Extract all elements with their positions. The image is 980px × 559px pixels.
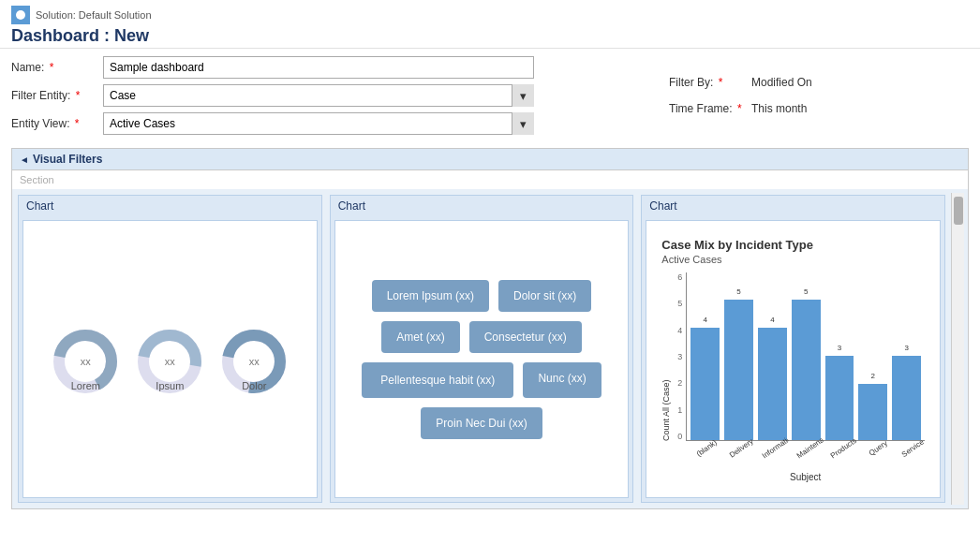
name-row: Name: * — [11, 56, 650, 79]
chart-panel-2: Chart Lorem Ipsum (xx) Dolor sit (xx) Am… — [330, 195, 634, 503]
bars-area: 4 5 — [686, 272, 925, 482]
entity-view-label: Entity View: * — [11, 117, 96, 130]
bar-item-maintenance: 5 — [792, 272, 821, 440]
donut-2: xx Ipsum — [136, 328, 203, 391]
bar-chart-container: Case Mix by Incident Type Active Cases C… — [654, 228, 932, 490]
entity-view-select-wrap: Active Cases ▾ — [103, 112, 534, 135]
section-label: Section — [12, 170, 968, 189]
bubble-nunc[interactable]: Nunc (xx) — [523, 362, 601, 398]
bubble-amet[interactable]: Amet (xx) — [381, 321, 459, 353]
page-title: Dashboard : New — [11, 26, 969, 46]
bar-item-query: 2 — [858, 272, 887, 440]
donut-1: xx Lorem — [52, 328, 119, 391]
bar-item-blank: 4 — [690, 272, 720, 440]
bubble-row-2: Amet (xx) Consectetur (xx) — [381, 321, 581, 353]
filter-entity-select[interactable]: Case — [103, 84, 534, 107]
bar-rect-products: 3 — [825, 356, 854, 440]
chart1-inner: xx Lorem xx Ipsum — [22, 220, 318, 498]
form-area: Name: * Filter Entity: * Case ▾ — [0, 49, 980, 148]
chart2-title: Chart — [331, 196, 633, 216]
bar-rect-service: 3 — [892, 356, 921, 440]
filter-entity-row: Filter Entity: * Case ▾ — [11, 84, 650, 107]
donuts-container: xx Lorem xx Ipsum — [52, 328, 288, 391]
filter-entity-select-wrap: Case ▾ — [103, 84, 534, 107]
filter-entity-label: Filter Entity: * — [11, 89, 96, 102]
donut-3-center: xx — [249, 356, 260, 367]
visual-filters-title: Visual Filters — [33, 153, 102, 166]
bar-rect-delivery: 5 — [724, 300, 753, 440]
filter-by-row: Filter By: * Modified On — [669, 76, 969, 89]
chart3-inner: Case Mix by Incident Type Active Cases C… — [646, 220, 941, 498]
bubble-dolor-sit[interactable]: Dolor sit (xx) — [498, 280, 591, 312]
donut-3-label: Dolor — [242, 380, 266, 391]
chart-panel-1: Chart xx Lorem — [18, 195, 322, 503]
bubble-consectetur[interactable]: Consectetur (xx) — [469, 321, 582, 353]
visual-filters-header: ◄ Visual Filters — [12, 149, 968, 170]
bar-rect-query: 2 — [858, 384, 887, 440]
name-label: Name: * — [11, 61, 96, 74]
solution-icon — [11, 6, 30, 24]
bars-row: 4 5 — [686, 272, 925, 441]
bar-item-products: 3 — [825, 272, 854, 440]
solution-text: Solution: Default Solution — [36, 9, 152, 21]
bar-chart-subtitle: Active Cases — [661, 254, 925, 265]
chart3-title: Chart — [642, 196, 944, 216]
donut-2-center: xx — [165, 356, 175, 367]
chart2-inner: Lorem Ipsum (xx) Dolor sit (xx) Amet (xx… — [334, 220, 630, 498]
time-frame-label: Time Frame: * — [669, 102, 744, 115]
visual-filters-section: ◄ Visual Filters Section Chart xx Lorem — [11, 148, 969, 509]
chart-panel-3: Chart Case Mix by Incident Type Active C… — [641, 195, 945, 503]
bar-rect-information: 4 — [758, 328, 787, 440]
bar-item-information: 4 — [758, 272, 787, 440]
bar-rect-blank: 4 — [690, 328, 720, 440]
entity-view-row: Entity View: * Active Cases ▾ — [11, 112, 650, 135]
bar-rect-maintenance: 5 — [792, 300, 821, 440]
bar-item-delivery: 5 — [724, 272, 753, 440]
charts-row: Chart xx Lorem — [12, 189, 968, 508]
entity-view-select[interactable]: Active Cases — [103, 112, 534, 135]
bubble-lorem-ipsum[interactable]: Lorem Ipsum (xx) — [372, 280, 489, 312]
bubble-row-3: Pellentesque habit (xx) Nunc (xx) — [362, 362, 601, 398]
y-axis-title: Count All (Case) — [661, 272, 671, 441]
chart1-title: Chart — [19, 196, 321, 216]
filter-by-label: Filter By: * — [669, 76, 744, 89]
bubble-row-1: Lorem Ipsum (xx) Dolor sit (xx) — [372, 280, 592, 312]
vf-chevron-icon: ◄ — [20, 154, 29, 165]
solution-label: Solution: Default Solution — [11, 6, 969, 24]
x-labels-row: (blank) Delivery Information Maintenance… — [686, 445, 925, 453]
donut-3: xx Dolor — [220, 328, 288, 391]
bubble-pellentesque[interactable]: Pellentesque habit (xx) — [362, 362, 513, 398]
donut-1-center: xx — [81, 356, 91, 367]
filter-by-value: Modified On — [751, 76, 864, 89]
scrollbar-thumb[interactable] — [954, 197, 963, 225]
bubble-proin[interactable]: Proin Nec Dui (xx) — [421, 407, 542, 439]
scrollbar[interactable] — [951, 193, 964, 505]
bar-chart-title: Case Mix by Incident Type — [661, 238, 925, 252]
bar-chart-body: Count All (Case) 0 1 2 3 4 5 6 — [661, 272, 925, 482]
time-frame-row: Time Frame: * This month — [669, 102, 969, 115]
bar-item-service: 3 — [892, 272, 921, 440]
top-bar: Solution: Default Solution Dashboard : N… — [0, 0, 980, 49]
x-axis-title: Subject — [686, 472, 925, 482]
time-frame-value: This month — [751, 102, 864, 115]
bubble-row-4: Proin Nec Dui (xx) — [421, 407, 542, 439]
name-input[interactable] — [103, 56, 534, 79]
donut-2-label: Ipsum — [156, 380, 184, 391]
y-axis-ticks: 0 1 2 3 4 5 6 — [673, 272, 686, 441]
donut-1-label: Lorem — [71, 380, 100, 391]
